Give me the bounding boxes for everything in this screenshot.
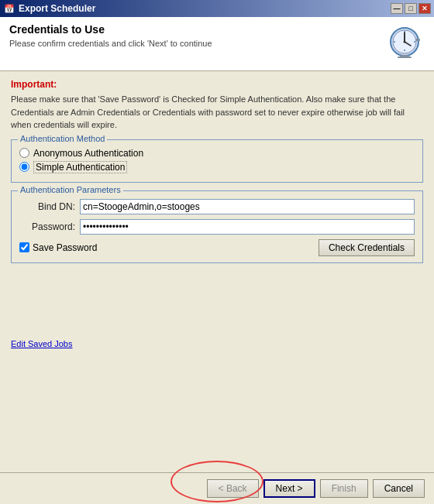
clock-icon [386, 25, 423, 62]
important-label: Important: [11, 79, 423, 90]
password-row: Password: [19, 219, 415, 235]
bind-dn-input[interactable] [80, 199, 415, 214]
finish-button[interactable]: Finish [320, 479, 368, 498]
content-area: Important: Please make sure that 'Save P… [0, 71, 434, 472]
bind-dn-row: Bind DN: [19, 199, 415, 214]
title-bar: 📅 Export Scheduler — □ ✕ [0, 0, 434, 17]
title-bar-text: Export Scheduler [19, 3, 391, 14]
auth-params-group: Authentication Parameters Bind DN: Passw… [11, 190, 423, 263]
radio-anonymous-row: Anonymous Authentication [19, 148, 415, 159]
auth-params-content: Bind DN: Password: Save Password Check C… [19, 196, 415, 256]
svg-point-4 [404, 41, 406, 43]
page-title: Credentials to Use [9, 23, 212, 36]
next-button[interactable]: Next > [264, 479, 315, 498]
cancel-button[interactable]: Cancel [373, 479, 425, 498]
password-input[interactable] [80, 219, 415, 235]
app-icon: 📅 [3, 2, 16, 15]
auth-method-content: Anonymous Authentication Simple Authenti… [19, 145, 415, 173]
auth-params-legend: Authentication Parameters [18, 185, 123, 194]
svg-rect-7 [415, 39, 420, 41]
header-icon [384, 23, 425, 63]
title-bar-buttons: — □ ✕ [391, 3, 431, 14]
radio-simple-label: Simple Authentication [33, 162, 127, 173]
bottom-bar: < Back Next > Finish Cancel [0, 472, 434, 504]
save-password-section: Save Password [19, 242, 319, 253]
auth-method-legend: Authentication Method [18, 134, 107, 143]
radio-anonymous[interactable] [19, 148, 29, 158]
page-subtitle: Please confirm credentials and click 'Ne… [9, 39, 212, 48]
edit-saved-jobs-link[interactable]: Edit Saved Jobs [11, 339, 73, 348]
bind-dn-label: Bind DN: [19, 201, 75, 212]
auth-method-group: Authentication Method Anonymous Authenti… [11, 139, 423, 183]
radio-simple-row: Simple Authentication [19, 162, 415, 173]
header-area: Credentials to Use Please confirm creden… [0, 17, 434, 71]
check-credentials-button[interactable]: Check Credentials [319, 239, 415, 256]
important-text: Please make sure that 'Save Password' is… [11, 93, 423, 132]
radio-simple[interactable] [19, 162, 29, 172]
password-label: Password: [19, 221, 75, 232]
save-password-label[interactable]: Save Password [33, 242, 97, 253]
svg-rect-6 [398, 57, 412, 58]
header-text: Credentials to Use Please confirm creden… [9, 23, 212, 48]
checkbox-btn-row: Save Password Check Credentials [19, 239, 415, 256]
close-button[interactable]: ✕ [418, 3, 431, 14]
window-body: Credentials to Use Please confirm creden… [0, 17, 434, 504]
back-button[interactable]: < Back [207, 479, 259, 498]
save-password-checkbox[interactable] [19, 242, 29, 252]
minimize-button[interactable]: — [391, 3, 403, 14]
maximize-button[interactable]: □ [405, 3, 417, 14]
radio-anonymous-label[interactable]: Anonymous Authentication [33, 148, 143, 159]
